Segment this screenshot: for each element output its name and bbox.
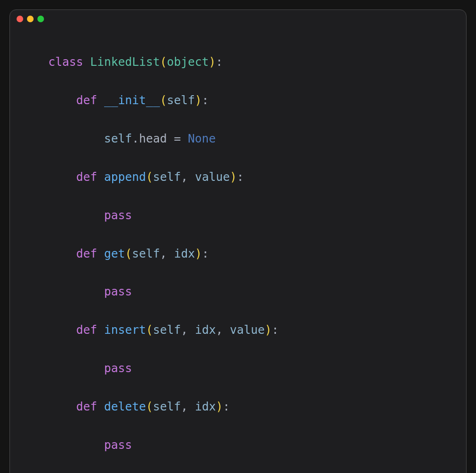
class-name: LinkedList	[90, 55, 160, 69]
method-delete: delete	[104, 400, 146, 413]
code-line: def delete(self, idx):	[20, 397, 456, 416]
window-titlebar	[10, 10, 466, 25]
code-line: self.head = None	[20, 129, 456, 148]
code-line: class LinkedList(object):	[20, 53, 456, 71]
code-line: pass	[20, 206, 456, 225]
code-line: pass	[20, 436, 456, 455]
maximize-dot-icon[interactable]	[37, 16, 44, 22]
keyword-class: class	[48, 55, 83, 69]
method-insert: insert	[104, 323, 146, 337]
code-line: def append(self, value):	[20, 168, 456, 187]
code-body: class LinkedList(object): def __init__(s…	[10, 25, 466, 473]
code-line: pass	[20, 359, 456, 378]
method-get: get	[104, 247, 125, 260]
method-init: __init__	[104, 93, 160, 107]
base-class: object	[167, 55, 209, 69]
code-line: pass	[20, 282, 456, 301]
code-window: class LinkedList(object): def __init__(s…	[9, 9, 467, 473]
close-dot-icon[interactable]	[17, 16, 23, 22]
code-line: def __init__(self):	[20, 91, 456, 110]
code-line: def insert(self, idx, value):	[20, 321, 456, 339]
minimize-dot-icon[interactable]	[27, 16, 34, 22]
method-append: append	[104, 170, 146, 184]
code-line: def get(self, idx):	[20, 244, 456, 263]
